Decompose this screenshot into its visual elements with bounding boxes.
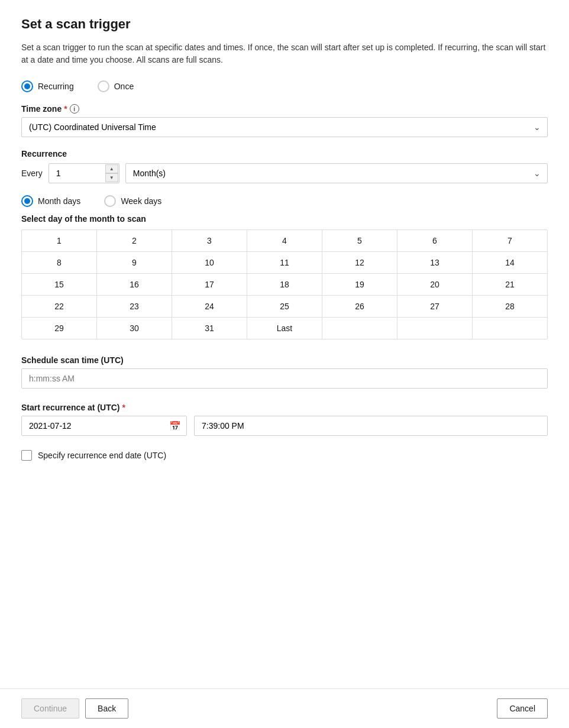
required-star: *: [64, 104, 67, 114]
day-1[interactable]: 1: [22, 230, 97, 252]
spin-up-button[interactable]: ▲: [105, 164, 118, 173]
start-recurrence-required-star: *: [122, 403, 125, 412]
back-button[interactable]: Back: [85, 698, 128, 719]
recurring-option[interactable]: Recurring: [21, 80, 74, 92]
calendar-row-5: 29 30 31 Last: [22, 318, 547, 339]
continue-button[interactable]: Continue: [21, 698, 79, 719]
day-28[interactable]: 28: [473, 296, 547, 318]
every-label: Every: [21, 169, 43, 178]
recurrence-row: Every ▲ ▼ Month(s) Day(s) Week(s) Year(s…: [21, 163, 548, 183]
timezone-select[interactable]: (UTC) Coordinated Universal Time: [21, 117, 548, 137]
day-13[interactable]: 13: [397, 252, 473, 274]
once-radio[interactable]: [98, 80, 109, 92]
timezone-dropdown-wrapper: (UTC) Coordinated Universal Time ⌄: [21, 117, 548, 137]
once-option[interactable]: Once: [98, 80, 134, 92]
spin-buttons: ▲ ▼: [105, 164, 118, 182]
end-date-checkbox-row: Specify recurrence end date (UTC): [21, 450, 548, 461]
day-14[interactable]: 14: [473, 252, 547, 274]
schedule-time-section: Schedule scan time (UTC): [21, 355, 548, 389]
recurrence-label: Recurrence: [21, 149, 548, 158]
page-title: Set a scan trigger: [21, 17, 548, 32]
recurring-radio[interactable]: [21, 80, 33, 92]
day-25[interactable]: 25: [247, 296, 322, 318]
recurrence-section: Recurrence Every ▲ ▼ Month(s) Day(s) Wee…: [21, 149, 548, 183]
day-22[interactable]: 22: [22, 296, 97, 318]
day-7[interactable]: 7: [473, 230, 547, 252]
footer: Continue Back Cancel: [0, 688, 569, 728]
day-21[interactable]: 21: [473, 274, 547, 296]
calendar-row-4: 22 23 24 25 26 27 28: [22, 296, 547, 318]
end-date-checkbox-label: Specify recurrence end date (UTC): [38, 451, 166, 460]
day-19[interactable]: 19: [322, 274, 397, 296]
start-date-input[interactable]: [21, 416, 187, 436]
recurring-label: Recurring: [38, 82, 74, 91]
day-empty-1: [322, 318, 397, 339]
start-recurrence-section: Start recurrence at (UTC) * 📅: [21, 403, 548, 436]
period-dropdown-wrapper: Month(s) Day(s) Week(s) Year(s) ⌄: [125, 163, 548, 183]
select-day-label: Select day of the month to scan: [21, 214, 548, 224]
month-days-radio[interactable]: [21, 195, 33, 207]
month-days-option[interactable]: Month days: [21, 195, 80, 207]
day-10[interactable]: 10: [172, 252, 247, 274]
day-23[interactable]: 23: [97, 296, 172, 318]
day-type-group: Month days Week days: [21, 195, 548, 207]
day-empty-3: [473, 318, 547, 339]
calendar-row-1: 1 2 3 4 5 6 7: [22, 230, 547, 252]
month-days-label: Month days: [38, 196, 80, 206]
day-8[interactable]: 8: [22, 252, 97, 274]
week-days-label: Week days: [121, 196, 161, 206]
day-2[interactable]: 2: [97, 230, 172, 252]
day-15[interactable]: 15: [22, 274, 97, 296]
day-27[interactable]: 27: [397, 296, 473, 318]
day-6[interactable]: 6: [397, 230, 473, 252]
week-days-radio[interactable]: [104, 195, 116, 207]
timezone-label: Time zone * i: [21, 104, 548, 114]
once-label: Once: [114, 82, 134, 91]
day-11[interactable]: 11: [247, 252, 322, 274]
calendar-row-3: 15 16 17 18 19 20 21: [22, 274, 547, 296]
calendar-grid: 1 2 3 4 5 6 7 8 9 10 11 12 13 14 15 16 1…: [21, 229, 548, 339]
day-5[interactable]: 5: [322, 230, 397, 252]
day-16[interactable]: 16: [97, 274, 172, 296]
start-time-input[interactable]: [194, 416, 548, 436]
end-date-checkbox[interactable]: [21, 450, 32, 461]
day-18[interactable]: 18: [247, 274, 322, 296]
day-26[interactable]: 26: [322, 296, 397, 318]
day-empty-2: [397, 318, 473, 339]
calendar-row-2: 8 9 10 11 12 13 14: [22, 252, 547, 274]
period-select[interactable]: Month(s) Day(s) Week(s) Year(s): [125, 163, 548, 183]
day-4[interactable]: 4: [247, 230, 322, 252]
cancel-button[interactable]: Cancel: [497, 698, 548, 719]
day-12[interactable]: 12: [322, 252, 397, 274]
page-description: Set a scan trigger to run the scan at sp…: [21, 41, 548, 66]
week-days-option[interactable]: Week days: [104, 195, 161, 207]
date-time-row: 📅: [21, 416, 548, 436]
day-9[interactable]: 9: [97, 252, 172, 274]
day-last[interactable]: Last: [247, 318, 322, 339]
timezone-info-icon[interactable]: i: [70, 104, 79, 114]
day-3[interactable]: 3: [172, 230, 247, 252]
spin-down-button[interactable]: ▼: [105, 173, 118, 182]
day-17[interactable]: 17: [172, 274, 247, 296]
schedule-time-label: Schedule scan time (UTC): [21, 355, 548, 365]
start-recurrence-label: Start recurrence at (UTC) *: [21, 403, 548, 412]
footer-left: Continue Back: [21, 698, 128, 719]
trigger-type-group: Recurring Once: [21, 80, 548, 92]
day-30[interactable]: 30: [97, 318, 172, 339]
recurrence-number-wrapper: ▲ ▼: [49, 163, 119, 183]
day-29[interactable]: 29: [22, 318, 97, 339]
day-24[interactable]: 24: [172, 296, 247, 318]
date-input-wrapper: 📅: [21, 416, 187, 436]
day-20[interactable]: 20: [397, 274, 473, 296]
schedule-time-input[interactable]: [21, 368, 548, 389]
day-31[interactable]: 31: [172, 318, 247, 339]
